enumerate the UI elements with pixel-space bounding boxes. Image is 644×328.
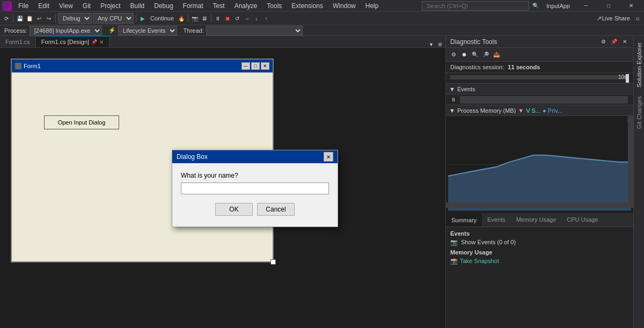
tab-form1cs-design[interactable]: Form1.cs [Design] 📌 ✕ [36, 36, 109, 47]
events-collapse-icon[interactable]: ▼ [449, 86, 455, 92]
diag-settings-icon[interactable]: ⚙ [599, 38, 608, 46]
camera-icon: 📸 [450, 258, 458, 265]
main-area: Form1.cs Form1.cs [Design] 📌 ✕ ▼ ⚙ Form1 [0, 36, 644, 328]
diag-tab-events[interactable]: Events [482, 213, 511, 227]
events-heading-label: Events [450, 230, 470, 237]
minimize-button[interactable]: ─ [575, 0, 597, 12]
take-snapshot-row[interactable]: 📸 Take Snapshot [450, 258, 629, 265]
diag-gear-icon[interactable]: ⚙ [449, 50, 458, 59]
diag-close-icon[interactable]: ✕ [620, 38, 629, 46]
diag-pin-icon[interactable]: 📌 [610, 38, 618, 46]
memory-section-header: ▼ Process Memory (MB) ▼ V S... ● Priv... [446, 105, 633, 116]
step-into-icon[interactable]: ↓ [252, 14, 261, 23]
diagnostic-tools-panel: Diagnostic Tools ⚙ 📌 ✕ ⚙ ⏺ 🔍 🔎 📤 Diagnos… [445, 36, 633, 328]
tab-form1cs[interactable]: Form1.cs [0, 36, 36, 47]
form-resize-handle[interactable] [270, 259, 276, 265]
debug-config-dropdown[interactable]: Debug [58, 13, 92, 24]
timeline-track [450, 75, 629, 79]
git-changes-tab[interactable]: Git Changes [635, 92, 643, 133]
process-label: Process: [4, 27, 27, 34]
form-minimize-btn[interactable]: ─ [241, 62, 250, 70]
feedback-icon[interactable]: ☺ [633, 14, 642, 23]
diag-zoom-in-icon[interactable]: 🔍 [471, 50, 479, 59]
global-search-input[interactable] [422, 1, 529, 11]
tab-scroll-left-btn[interactable]: ▼ [428, 42, 435, 47]
diag-tab-memory[interactable]: Memory Usage [511, 213, 562, 227]
menu-git[interactable]: Git [78, 1, 95, 11]
menu-debug[interactable]: Debug [150, 1, 177, 11]
undo-icon[interactable]: ↩ [35, 14, 43, 23]
dialog-title-bar: Dialog Box ✕ [172, 150, 338, 163]
menu-help[interactable]: Help [361, 1, 383, 11]
take-snapshot-label: Take Snapshot [460, 258, 499, 264]
live-share-button[interactable]: ↗ Live Share [595, 14, 632, 23]
form-maximize-btn[interactable]: □ [251, 62, 260, 70]
events-pause-icon[interactable]: ⏸ [449, 96, 458, 104]
events-track [460, 96, 628, 104]
menu-bar: File Edit View Git Project Build Debug F… [14, 1, 383, 11]
show-events-label: Show Events (0 of 0) [461, 239, 516, 245]
step-out-icon[interactable]: ↑ [262, 14, 270, 23]
menu-edit[interactable]: Edit [34, 1, 54, 11]
chart-scrollbar-h[interactable] [446, 202, 628, 208]
toolbar-sep-3 [136, 14, 136, 23]
platform-dropdown[interactable]: Any CPU [93, 13, 134, 24]
diag-tab-cpu[interactable]: CPU Usage [561, 213, 603, 227]
menu-file[interactable]: File [14, 1, 33, 11]
save-icon[interactable]: 💾 [16, 14, 24, 23]
chart-scrollbar-v[interactable] [628, 116, 633, 208]
menu-tools[interactable]: Tools [262, 1, 286, 11]
menu-build[interactable]: Build [126, 1, 149, 11]
stop-icon[interactable]: ⏹ [223, 14, 232, 23]
menu-test[interactable]: Test [209, 1, 229, 11]
dialog-body: What is your name? OK Cancel [172, 163, 338, 227]
menu-analyze[interactable]: Analyze [230, 1, 262, 11]
events-toolbar: ⏸ [446, 94, 633, 105]
menu-window[interactable]: Window [328, 1, 360, 11]
pin-icon: 📌 [91, 39, 97, 45]
dialog-ok-button[interactable]: OK [215, 203, 253, 216]
app-name-label: InputApp [542, 2, 574, 10]
dialog-name-input[interactable] [181, 183, 329, 194]
menu-format[interactable]: Format [179, 1, 208, 11]
form-icon [15, 63, 21, 69]
tab-form1cs-design-label: Form1.cs [Design] [41, 39, 89, 45]
timeline-handle[interactable] [626, 74, 629, 83]
screenshot-icon[interactable]: 📷 [191, 14, 199, 23]
menu-view[interactable]: View [55, 1, 77, 11]
toolbar: ⟳ 💾 📋 ↩ ↪ Debug Any CPU ▶ Continue 🔥 📷 🖥… [0, 12, 644, 25]
toolbar-icon-2[interactable]: 📋 [25, 14, 34, 23]
dialog-cancel-button[interactable]: Cancel [257, 203, 295, 216]
memory-svg-chart [448, 118, 631, 211]
diag-zoom-out-icon[interactable]: 🔎 [481, 50, 490, 59]
process-dropdown[interactable]: [24688] InputApp.exe [30, 26, 102, 35]
close-button[interactable]: ✕ [620, 0, 642, 12]
tab-settings-btn[interactable]: ⚙ [437, 42, 443, 47]
thread-dropdown[interactable] [206, 26, 303, 35]
screen-icon[interactable]: 🖥 [200, 14, 209, 23]
form-close-btn[interactable]: ✕ [261, 62, 269, 70]
dialog-close-button[interactable]: ✕ [324, 152, 333, 162]
pause-icon[interactable]: ⏸ [214, 14, 222, 23]
hot-reload-icon[interactable]: 🔥 [177, 14, 186, 23]
back-icon[interactable]: ⟳ [2, 14, 11, 23]
menu-project[interactable]: Project [96, 1, 125, 11]
tab-close-icon[interactable]: ✕ [99, 39, 104, 45]
session-label: Diagnostics session: [450, 64, 504, 70]
lifecycle-dropdown[interactable]: Lifecycle Events [118, 26, 177, 35]
continue-label[interactable]: Continue [148, 14, 176, 23]
maximize-button[interactable]: □ [598, 0, 619, 12]
memory-chart-section: 15 15 [446, 116, 633, 213]
restart-icon[interactable]: ↺ [233, 14, 241, 23]
diag-record-icon[interactable]: ⏺ [460, 50, 469, 59]
solution-explorer-tab[interactable]: Solution Explorer [635, 38, 643, 92]
menu-extensions[interactable]: Extensions [287, 1, 327, 11]
continue-icon[interactable]: ▶ [138, 14, 147, 23]
toolbar-sep-5 [211, 14, 211, 23]
memory-collapse-icon[interactable]: ▼ [449, 107, 455, 114]
diag-tab-summary[interactable]: Summary [446, 213, 482, 227]
open-input-dialog-button[interactable]: Open Input Dialog [44, 115, 119, 129]
diag-export-icon[interactable]: 📤 [492, 50, 501, 59]
redo-icon[interactable]: ↪ [45, 14, 53, 23]
step-over-icon[interactable]: → [243, 14, 251, 23]
